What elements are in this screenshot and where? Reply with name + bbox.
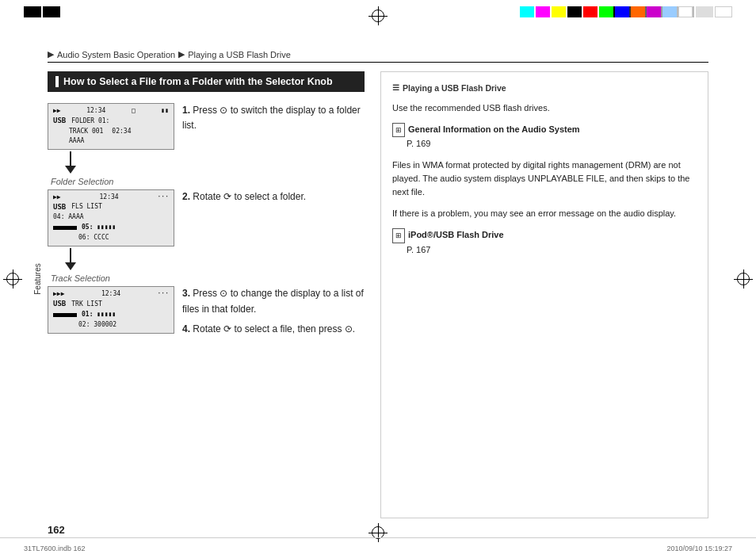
ds2-fls: FLS LIST: [71, 202, 102, 212]
step3-line: 3. Press ⊙ to change the display to a li…: [182, 286, 365, 316]
book-icon: ☰: [392, 82, 399, 94]
breadcrumb-item2: Playing a USB Flash Drive: [188, 50, 291, 59]
step34-row: ▶▶▶ 12:34 ··· USB TRK LIST 01: ▮▮▮▮▮: [48, 286, 365, 337]
footer-left: 31TL7600.indb 162: [24, 545, 86, 552]
ds2-mode: ▶▶: [53, 193, 61, 201]
step4-num: 4.: [182, 323, 190, 334]
main-content: How to Select a File from a Folder with …: [48, 71, 708, 518]
ds3-list1: 01: ▮▮▮▮▮: [53, 310, 169, 320]
footer-right: 2010/09/10 15:19:27: [666, 545, 732, 552]
ds1-clock: 12:34: [86, 107, 105, 114]
ds2-list1: 04: AAAA: [53, 212, 169, 223]
step3-num: 3.: [182, 288, 190, 299]
left-panel: How to Select a File from a Folder with …: [48, 71, 380, 518]
swatch-white: [715, 6, 732, 17]
ds1-track: TRACK 001: [69, 127, 103, 136]
arrow-line-1: [70, 151, 71, 166]
folder-selection-label: Folder Selection: [51, 177, 365, 186]
key-swatch: [567, 6, 582, 17]
ds3-mode: ▶▶▶: [53, 290, 64, 297]
ds2-list3: 06: CCCC: [53, 233, 169, 243]
breadcrumb-arrow1: ▶: [48, 49, 54, 59]
ds2-row1: USB FLS LIST: [53, 202, 169, 213]
step1-text-block: 1. Press ⊙ to switch the display to a fo…: [182, 103, 365, 133]
arrow-down-1: [63, 151, 365, 174]
link1-page: P. 169: [407, 137, 697, 151]
ds3-top-row: ▶▶▶ 12:34 ···: [53, 290, 169, 297]
heading-bar: [55, 76, 59, 87]
step2-text: Rotate ⟳ to select a folder.: [193, 191, 306, 202]
ds2-list2: 05: ▮▮▮▮▮: [53, 223, 169, 233]
step2-num: 2.: [182, 191, 190, 202]
step34-text-block: 3. Press ⊙ to change the display to a li…: [182, 286, 365, 337]
ds1-top-row: ▶▶ 12:34 □ ▮▮: [53, 107, 169, 114]
display-screen-1: ▶▶ 12:34 □ ▮▮ USB FOLDER 01: TRACK 001 0…: [48, 103, 174, 150]
breadcrumb: ▶ Audio System Basic Operation ▶ Playing…: [48, 49, 291, 59]
reg-black2: [43, 6, 60, 17]
arrow-tip-2: [65, 262, 76, 270]
display-screen-2: ▶▶ 12:34 ··· USB FLS LIST 04: AAAA: [48, 189, 174, 247]
red-swatch: [583, 6, 598, 17]
left-crosshair: [3, 269, 22, 289]
left-crosshair-circle: [6, 273, 19, 285]
crosshair-circle: [372, 10, 384, 22]
breadcrumb-divider: [48, 62, 708, 63]
ds3-track1: 01: ▮▮▮▮▮: [82, 310, 116, 320]
display-screen-3: ▶▶▶ 12:34 ··· USB TRK LIST 01: ▮▮▮▮▮: [48, 286, 174, 334]
blue-swatch: [615, 6, 629, 17]
reg-black: [24, 6, 41, 17]
ds1-title: AAAA: [69, 136, 84, 146]
screen3-col: ▶▶▶ 12:34 ··· USB TRK LIST 01: ▮▮▮▮▮: [48, 286, 174, 334]
ds2-num3: 06: CCCC: [78, 233, 109, 243]
step1-text: Press ⊙ to switch the display to a folde…: [182, 105, 361, 131]
ds2-top-row: ▶▶ 12:34 ···: [53, 193, 169, 201]
top-crosshair: [368, 6, 388, 25]
cyan-swatch: [520, 6, 534, 17]
ds2-num1: 04: AAAA: [53, 212, 84, 223]
link1-box-icon: ⊞: [392, 123, 405, 137]
right-para2: Files in WMA format protected by digital…: [392, 159, 697, 199]
right-para1: Use the recommended USB flash drives.: [392, 101, 697, 115]
link2-label: iPod®/USB Flash Drive: [408, 228, 504, 243]
ds2-clock: 12:34: [100, 193, 119, 201]
lightblue-swatch: [662, 6, 677, 17]
steps-wrapper: ▶▶ 12:34 □ ▮▮ USB FOLDER 01: TRACK 001 0…: [48, 103, 365, 337]
ds1-title-row: AAAA: [53, 136, 169, 146]
right-crosshair: [734, 269, 753, 289]
magenta-swatch: [536, 6, 550, 17]
ds1-time: 02:34: [112, 127, 131, 136]
ds3-clock: 12:34: [101, 290, 120, 297]
right-panel-title: ☰ Playing a USB Flash Drive: [392, 82, 697, 95]
ds3-track2: 02: 300002: [78, 320, 116, 331]
breadcrumb-item1: Audio System Basic Operation: [57, 50, 175, 59]
ds1-folder: FOLDER 01:: [71, 117, 109, 126]
section-heading: How to Select a File from a Folder with …: [48, 71, 365, 92]
section-heading-text: How to Select a File from a Folder with …: [63, 76, 333, 87]
step4-line: 4. Rotate ⟳ to select a file, then press…: [182, 322, 365, 337]
swatch-silver: [696, 6, 713, 17]
white-swatch: [678, 6, 693, 17]
cmyk-swatches: [520, 6, 693, 17]
ds3-row1: USB TRK LIST: [53, 299, 169, 310]
footer: 31TL7600.indb 162 2010/09/10 15:19:27: [0, 537, 756, 558]
ds3-usb: USB: [53, 299, 66, 310]
ds1-track-row: TRACK 001 02:34: [53, 127, 169, 136]
link2-ref: ⊞ iPod®/USB Flash Drive: [392, 228, 697, 243]
right-para3: If there is a problem, you may see an er…: [392, 207, 697, 220]
track-selection-label: Track Selection: [51, 273, 365, 283]
yellow-swatch: [552, 6, 566, 17]
screen1-col: ▶▶ 12:34 □ ▮▮ USB FOLDER 01: TRACK 001 0…: [48, 103, 174, 150]
ds1-icon: □: [132, 107, 136, 114]
arrow-down-2: [63, 248, 365, 270]
link1-ref: ⊞ General Information on the Audio Syste…: [392, 123, 697, 137]
step4-text: Rotate ⟳ to select a file, then press ⊙.: [193, 323, 355, 334]
orange-swatch: [631, 6, 645, 17]
right-crosshair-circle: [737, 273, 750, 285]
ds3-list2: 02: 300002: [53, 320, 169, 331]
step1-row: ▶▶ 12:34 □ ▮▮ USB FOLDER 01: TRACK 001 0…: [48, 103, 365, 150]
ds1-mode: ▶▶: [53, 107, 61, 114]
ds2-bar-indicator: [53, 226, 77, 230]
ds3-dots: ···: [158, 290, 169, 297]
breadcrumb-arrow2: ▶: [178, 49, 185, 59]
screen2-col: ▶▶ 12:34 ··· USB FLS LIST 04: AAAA: [48, 189, 174, 247]
